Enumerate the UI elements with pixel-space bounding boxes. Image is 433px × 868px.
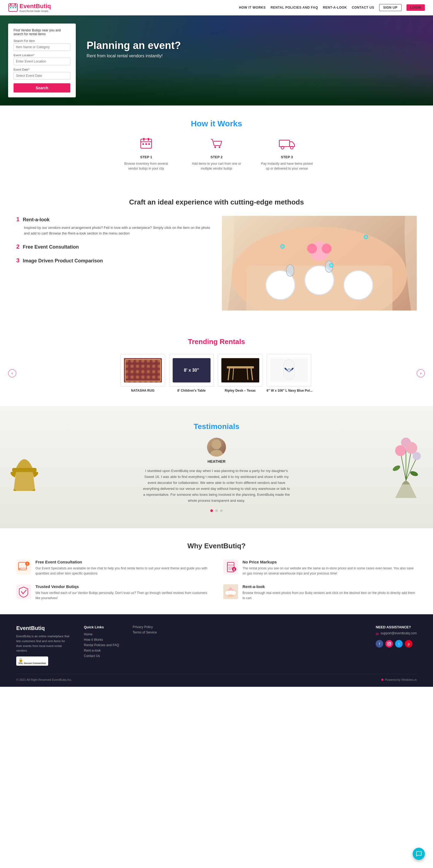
step-1: STEP 1 Browse inventory from several ven… — [119, 136, 173, 171]
footer-assistance-title: NEED ASSISTANCE? — [376, 625, 417, 629]
nav-how-it-works[interactable]: HOW IT WORKS — [239, 6, 266, 9]
svg-point-29 — [322, 244, 331, 253]
footer-bottom: © 2021 All Right Reserved EventButiq Inc… — [16, 674, 417, 681]
steps-row: STEP 1 Browse inventory from several ven… — [8, 136, 425, 171]
why-title: Why EventButiq? — [16, 542, 417, 550]
ssl-label: SSL Secure Connection — [19, 662, 46, 664]
testimonial-dot-3[interactable] — [220, 509, 223, 512]
footer: EventButiq EventButiq is an online marke… — [0, 614, 433, 686]
hero-headline: Planning an event? — [87, 40, 181, 52]
login-button[interactable]: LOGIN — [406, 4, 425, 11]
craft-content: 1 Rent-a-look Inspired by our vendors ev… — [16, 216, 417, 311]
consultation-icon: ! — [16, 560, 31, 575]
footer-privacy-policy[interactable]: Privacy Policy — [133, 625, 157, 629]
product-ripley-desk-image — [218, 354, 262, 386]
testimonial-dot-1[interactable] — [210, 509, 213, 512]
footer-assistance-email[interactable]: support@eventbutiq.com — [380, 631, 417, 635]
product-childrens-table: 8' x 30" 8' Children's Table — [169, 354, 214, 393]
footer-assistance: NEED ASSISTANCE? ✉ support@eventbutiq.co… — [376, 625, 417, 665]
craft-image-inner — [222, 216, 417, 311]
search-form-card: Find Vendor Butiqs near you and search f… — [8, 24, 76, 97]
location-input[interactable] — [13, 58, 70, 65]
svg-point-15 — [219, 146, 220, 148]
trending-carousel: ‹ — [8, 354, 425, 393]
product-navy-bow-image — [266, 354, 311, 386]
social-instagram[interactable] — [385, 640, 393, 648]
carousel-prev-button[interactable]: ‹ — [8, 369, 16, 377]
why-item-trusted-desc: We have verified each of our Vendor Buti… — [35, 590, 210, 601]
no-markup-icon: $ — [223, 560, 238, 575]
carousel-items: NATASHA RUG 8' x 30" 8' Children's Table — [19, 354, 414, 393]
why-item-no-markup: $ No Price Markups The rental prices you… — [223, 560, 417, 576]
testimonial-text: I stumbled upon EventButiq one day when … — [142, 468, 291, 504]
footer-legal: Privacy Policy Terms of Service — [133, 625, 157, 665]
nav-rent-a-look[interactable]: RENT-A-LOOK — [323, 6, 347, 9]
footer-link-rental-policies[interactable]: Rental Policies and FAQ — [84, 643, 119, 647]
svg-rect-42 — [12, 468, 36, 472]
craft-dot-1[interactable] — [280, 244, 285, 249]
why-item-consultation: ! Free Event Consultation Our Event Spec… — [16, 560, 210, 576]
footer-brand: EventButiq EventButiq is an online marke… — [16, 625, 70, 665]
date-input[interactable] — [13, 72, 70, 80]
why-item-consultation-title: Free Event Consultation — [35, 560, 210, 564]
table-size-text: 8' x 30" — [184, 368, 199, 373]
social-facebook[interactable]: f — [376, 640, 383, 648]
why-item-rent-a-look-desc: Browse through real event photos from ou… — [242, 590, 417, 601]
date-group: Event Date* — [13, 68, 70, 80]
svg-point-55 — [212, 439, 221, 449]
nav-contact-us[interactable]: CONTACT US — [352, 6, 374, 9]
svg-point-52 — [413, 452, 421, 460]
step-2-desc: Add items to your cart from one or multi… — [190, 161, 243, 171]
step-3-icon — [260, 136, 314, 152]
svg-point-54 — [409, 470, 418, 477]
location-group: Event Location* — [13, 54, 70, 65]
step-1-desc: Browse inventory from several vendor but… — [119, 161, 173, 171]
craft-item-title-2: Free Event Consultation — [23, 244, 79, 250]
why-item-rent-a-look-title: Rent-a-look — [242, 584, 417, 589]
product-childrens-table-image: 8' x 30" — [169, 354, 214, 386]
hero-subheadline: Rent from local rental vendors instantly… — [87, 54, 181, 58]
svg-rect-2 — [10, 3, 11, 5]
nav-links: HOW IT WORKS RENTAL POLICIES AND FAQ REN… — [239, 4, 425, 11]
logo-text: EventButiq — [20, 3, 51, 9]
svg-point-14 — [214, 146, 216, 148]
footer-quick-links-title: Quick Links — [84, 625, 119, 629]
logo-sub: Event Rental Made Simple — [20, 10, 51, 12]
step-1-icon — [119, 136, 173, 152]
nav-rental-policies[interactable]: RENTAL POLICIES AND FAQ — [270, 6, 318, 9]
svg-rect-37 — [227, 366, 254, 368]
svg-rect-3 — [15, 3, 16, 5]
footer-link-rent-a-look[interactable]: Rent-a-look — [84, 649, 119, 652]
svg-line-45 — [401, 452, 406, 480]
product-navy-bow-label: 6" W x 106" L Navy Blue Pol... — [266, 389, 313, 393]
footer-link-contact-us[interactable]: Contact Us — [84, 654, 119, 658]
logo[interactable]: EventButiq Event Rental Made Simple — [8, 3, 51, 12]
signup-button[interactable]: SIGN UP — [379, 4, 402, 11]
trending-title: Trending Rentals — [8, 338, 425, 346]
powered-label: Powered by Webkites.in — [385, 678, 417, 681]
trusted-icon — [16, 584, 31, 599]
why-item-no-markup-desc: The rental prices you see on our website… — [242, 566, 417, 576]
footer-link-how-it-works[interactable]: How it Works — [84, 638, 119, 642]
footer-link-home[interactable]: Home — [84, 632, 119, 636]
svg-point-70 — [232, 591, 236, 595]
svg-line-47 — [406, 449, 411, 480]
testimonial-dot-2[interactable] — [215, 509, 218, 512]
craft-section: Craft an ideal experience with cutting-e… — [0, 184, 433, 324]
form-title: Find Vendor Butiqs near you and search f… — [13, 28, 70, 36]
social-pinterest[interactable]: p — [405, 640, 412, 648]
svg-point-74 — [390, 643, 391, 643]
craft-dot-2[interactable] — [364, 235, 368, 239]
footer-brand-name: EventButiq — [16, 625, 70, 631]
email-icon: ✉ — [376, 632, 379, 636]
craft-num-1: 1 — [16, 216, 20, 223]
why-item-no-markup-title: No Price Markups — [242, 560, 417, 564]
craft-dot-3[interactable] — [329, 263, 334, 268]
social-icons: f t p — [376, 640, 417, 648]
social-twitter[interactable]: t — [395, 640, 403, 648]
search-button[interactable]: Search — [13, 83, 70, 93]
carousel-next-button[interactable]: › — [417, 369, 425, 377]
footer-terms-of-service[interactable]: Terms of Service — [133, 630, 157, 634]
search-item-input[interactable] — [13, 43, 70, 51]
svg-point-71 — [229, 588, 232, 591]
